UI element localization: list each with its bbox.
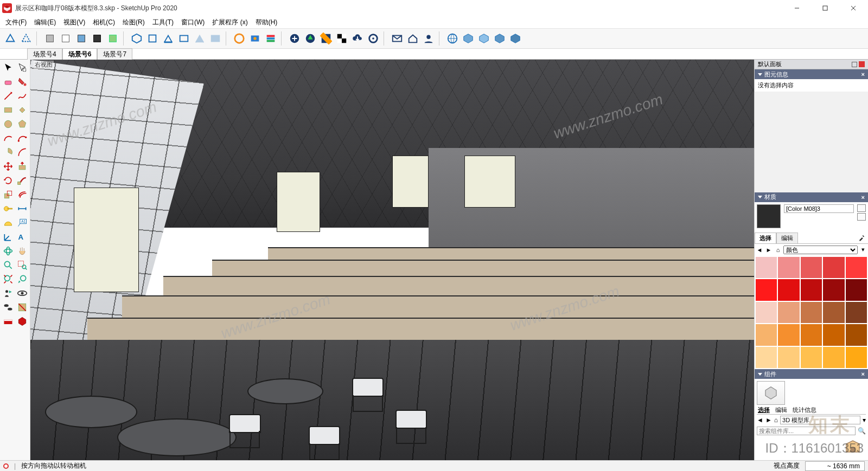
panel-close-icon[interactable]: × bbox=[861, 371, 865, 377]
material-swatch[interactable] bbox=[778, 324, 799, 345]
tray-close-icon[interactable] bbox=[859, 61, 865, 67]
material-swatch[interactable] bbox=[801, 279, 822, 300]
walk-tool-icon[interactable] bbox=[1, 300, 15, 314]
material-home-icon[interactable]: ⌂ bbox=[774, 246, 782, 254]
window-maximize-button[interactable] bbox=[813, 0, 838, 16]
view-left-icon[interactable] bbox=[208, 31, 222, 46]
material-swatch[interactable] bbox=[756, 257, 777, 278]
scene-tab-6[interactable]: 场景号6 bbox=[62, 48, 98, 60]
menu-file[interactable]: 文件(F) bbox=[2, 17, 30, 28]
material-swatch[interactable] bbox=[823, 279, 844, 300]
model-viewport[interactable]: 右视图 www.znzmo.com www.znzmo.com www.znzm… bbox=[30, 60, 754, 460]
material-swatch[interactable] bbox=[846, 279, 867, 300]
ext-layers-icon[interactable] bbox=[264, 31, 278, 46]
menu-tools[interactable]: 工具(T) bbox=[149, 17, 177, 28]
ext-home-icon[interactable] bbox=[406, 31, 420, 46]
tray-titlebar[interactable]: 默认面板 bbox=[755, 60, 868, 69]
ext-tree-icon[interactable] bbox=[303, 31, 317, 46]
ext-box1-icon[interactable] bbox=[461, 31, 475, 46]
search-icon[interactable]: 🔍 bbox=[858, 427, 866, 435]
material-swatch[interactable] bbox=[756, 302, 777, 323]
text-tool-icon[interactable]: A1 bbox=[15, 216, 29, 229]
material-swatch[interactable] bbox=[756, 279, 777, 300]
menu-camera[interactable]: 相机(C) bbox=[90, 17, 118, 28]
ext-cloud-icon[interactable] bbox=[350, 31, 365, 46]
material-swatch[interactable] bbox=[801, 257, 822, 278]
dimension-tool-icon[interactable] bbox=[15, 202, 29, 215]
menu-help[interactable]: 帮助(H) bbox=[252, 17, 281, 28]
material-swatch[interactable] bbox=[756, 324, 777, 345]
ext-sandbox-icon[interactable] bbox=[1, 314, 15, 328]
line-tool-icon[interactable] bbox=[1, 89, 15, 102]
components-tab-select[interactable]: 选择 bbox=[758, 406, 770, 414]
offset-tool-icon[interactable] bbox=[15, 188, 29, 201]
ext-settings-icon[interactable] bbox=[366, 31, 380, 46]
material-swatch[interactable] bbox=[801, 347, 822, 368]
components-header[interactable]: 组件 × bbox=[755, 369, 868, 379]
ext-enscape-icon[interactable] bbox=[232, 31, 246, 46]
followme-tool-icon[interactable] bbox=[15, 173, 29, 187]
ext-box2-icon[interactable] bbox=[477, 31, 491, 46]
lasso-tool-icon[interactable] bbox=[15, 61, 29, 74]
arc-tool-icon[interactable] bbox=[1, 131, 15, 145]
look-around-tool-icon[interactable] bbox=[15, 286, 29, 300]
section-tool-icon[interactable] bbox=[15, 300, 29, 314]
position-camera-tool-icon[interactable] bbox=[1, 286, 15, 300]
paint-tool-icon[interactable] bbox=[15, 75, 29, 88]
prev-view-tool-icon[interactable] bbox=[15, 272, 29, 286]
pushpull-tool-icon[interactable] bbox=[15, 159, 29, 173]
menu-view[interactable]: 视图(V) bbox=[60, 17, 88, 28]
menu-window[interactable]: 窗口(W) bbox=[178, 17, 208, 28]
material-nav-back-icon[interactable]: ◄ bbox=[756, 246, 763, 254]
scale-tool-icon[interactable] bbox=[1, 188, 15, 201]
pie-tool-icon[interactable] bbox=[1, 145, 15, 159]
scene-tab-4[interactable]: 场景号4 bbox=[27, 48, 62, 60]
material-menu-icon[interactable]: ▾ bbox=[859, 246, 867, 254]
material-swatch[interactable] bbox=[778, 257, 799, 278]
eraser-tool-icon[interactable] bbox=[1, 75, 15, 88]
view-iso-icon[interactable] bbox=[130, 31, 144, 46]
current-material-swatch[interactable] bbox=[757, 204, 781, 228]
comp-nav-back-icon[interactable]: ◄ bbox=[757, 416, 763, 424]
view-front-icon[interactable] bbox=[161, 31, 175, 46]
zoom-tool-icon[interactable] bbox=[1, 258, 15, 272]
material-name-input[interactable] bbox=[784, 204, 854, 213]
panel-close-icon[interactable]: × bbox=[861, 194, 865, 201]
axes-tool-icon[interactable] bbox=[1, 230, 15, 243]
material-swatch[interactable] bbox=[846, 324, 867, 345]
material-swatch[interactable] bbox=[801, 324, 822, 345]
select-tool-icon[interactable] bbox=[1, 61, 15, 74]
protractor-tool-icon[interactable] bbox=[1, 216, 15, 229]
tape-tool-icon[interactable] bbox=[1, 202, 15, 215]
style-wire-icon[interactable] bbox=[3, 31, 17, 46]
material-swatch[interactable] bbox=[823, 324, 844, 345]
material-swatch[interactable] bbox=[801, 302, 822, 323]
comp-menu-icon[interactable]: ▾ bbox=[863, 416, 866, 424]
material-library-select[interactable]: 颜色 bbox=[783, 246, 858, 254]
freehand-tool-icon[interactable] bbox=[15, 89, 29, 102]
material-eyedropper-icon[interactable] bbox=[856, 233, 868, 243]
materials-tab-edit[interactable]: 编辑 bbox=[776, 233, 798, 243]
comp-home-icon[interactable]: ⌂ bbox=[774, 416, 778, 424]
measurement-value[interactable]: ~ 1636 mm bbox=[805, 461, 865, 471]
polygon-tool-icon[interactable] bbox=[15, 117, 29, 131]
arc2-tool-icon[interactable] bbox=[15, 131, 29, 145]
view-top-icon[interactable] bbox=[145, 31, 159, 46]
style-shaded-tex-icon[interactable] bbox=[74, 31, 88, 46]
ext-box3-icon[interactable] bbox=[493, 31, 507, 46]
ext-render-icon[interactable] bbox=[248, 31, 262, 46]
material-swatch[interactable] bbox=[778, 347, 799, 368]
ext-add-icon[interactable] bbox=[288, 31, 302, 46]
materials-header[interactable]: 材质 × bbox=[755, 192, 868, 202]
move-tool-icon[interactable] bbox=[1, 159, 15, 173]
scene-tab-7[interactable]: 场景号7 bbox=[97, 48, 132, 60]
material-swatch[interactable] bbox=[846, 347, 867, 368]
material-create-icon[interactable] bbox=[857, 204, 866, 212]
orbit-tool-icon[interactable] bbox=[1, 244, 15, 257]
zoom-extents-tool-icon[interactable] bbox=[1, 272, 15, 286]
style-tex-icon[interactable] bbox=[90, 31, 104, 46]
window-minimize-button[interactable] bbox=[784, 0, 809, 16]
material-swatch[interactable] bbox=[756, 347, 777, 368]
material-swatch[interactable] bbox=[778, 302, 799, 323]
panel-close-icon[interactable]: × bbox=[861, 71, 865, 78]
